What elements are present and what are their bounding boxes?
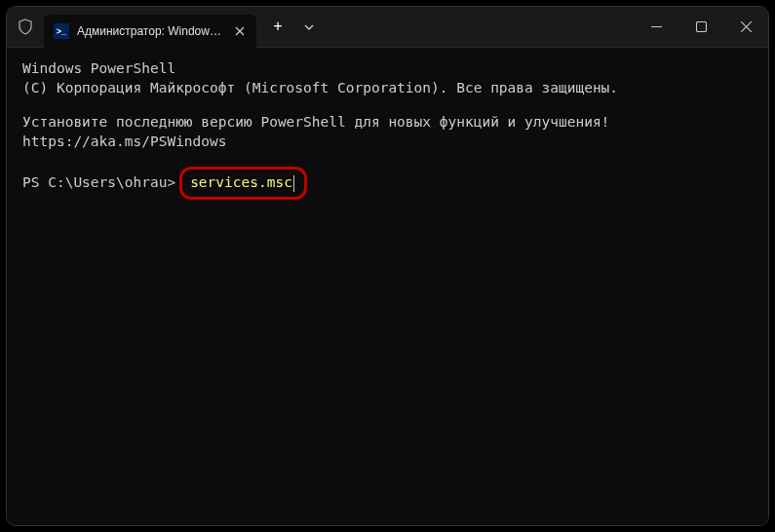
tab-title: Администратор: Windows PowerShell (77, 24, 223, 38)
svg-rect-2 (651, 26, 662, 27)
command-text: services.msc (190, 173, 292, 193)
window-controls (634, 7, 768, 47)
terminal-output[interactable]: Windows PowerShell (C) Корпорация Майкро… (7, 48, 768, 525)
titlebar: >_ Администратор: Windows PowerShell + (7, 7, 768, 48)
close-button[interactable] (723, 7, 768, 47)
new-tab-button[interactable]: + (262, 12, 293, 43)
titlebar-left: >_ Администратор: Windows PowerShell + (7, 7, 325, 47)
tab-active[interactable]: >_ Администратор: Windows PowerShell (44, 15, 256, 48)
output-line: Windows PowerShell (22, 59, 753, 79)
svg-rect-3 (696, 22, 706, 32)
command-highlight: services.msc (179, 167, 307, 200)
prompt-line: PS C:\Users\ohrau> services.msc (22, 167, 753, 200)
tab-dropdown-button[interactable] (293, 12, 325, 43)
prompt-text: PS C:\Users\ohrau> (22, 173, 175, 193)
output-line: Установите последнюю версию PowerShell д… (22, 113, 753, 151)
tab-close-button[interactable] (231, 22, 249, 40)
minimize-button[interactable] (634, 7, 678, 47)
app-shield-icon (7, 7, 44, 47)
terminal-window: >_ Администратор: Windows PowerShell + (6, 6, 769, 526)
cursor (293, 175, 295, 192)
output-line: (C) Корпорация Майкрософт (Microsoft Cor… (22, 79, 753, 98)
maximize-button[interactable] (678, 7, 723, 47)
powershell-icon: >_ (54, 23, 69, 39)
